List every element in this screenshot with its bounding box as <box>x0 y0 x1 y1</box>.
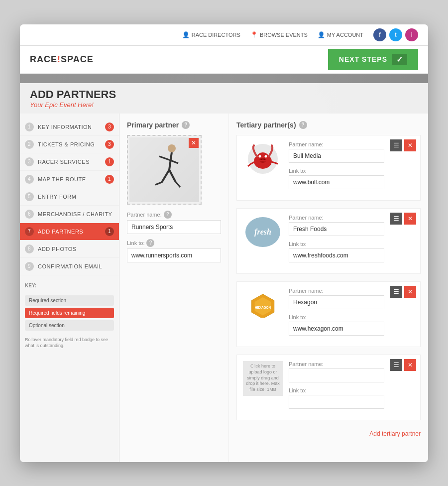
key-optional-section: Optional section <box>25 320 114 331</box>
sidebar-item-racer-services[interactable]: 3 RACER SERVICES 1 <box>20 153 119 171</box>
key-required-remaining: Required fields remaining <box>25 308 114 318</box>
card-1-content: Partner name: Link to: <box>243 141 414 194</box>
sidebar-item-add-photos[interactable]: 8 ADD PHOTOS <box>20 241 119 258</box>
badge-key-information: 3 <box>105 122 114 131</box>
top-navigation: 👤 RACE DIRECTORS 📍 BROWSE EVENTS 👤 MY AC… <box>20 24 428 46</box>
card-3-link-label: Link to: <box>289 314 384 320</box>
svg-text:HEXAGON: HEXAGON <box>255 305 271 309</box>
sidebar-item-key-information[interactable]: 1 KEY INFORMATION 3 <box>20 119 119 136</box>
card-2-content: fresh Partner name: Link to: <box>243 215 414 267</box>
card-4-menu-button[interactable]: ☰ <box>390 359 402 371</box>
card-1-name-label: Partner name: <box>289 141 384 147</box>
svg-line-4 <box>162 170 169 182</box>
card-4-name-input[interactable] <box>289 368 384 382</box>
svg-line-5 <box>169 170 175 181</box>
bull-logo-box <box>243 141 283 176</box>
tertiary-partner-card-1: ☰ ✕ <box>236 135 421 201</box>
tertiary-partners-column: Tertiary partner(s) ? ☰ ✕ <box>229 114 428 462</box>
card-4-link-input[interactable] <box>289 395 384 409</box>
race-directors-link[interactable]: 👤 RACE DIRECTORS <box>182 31 240 38</box>
page-title: ADD PARTNERS <box>30 88 418 101</box>
next-steps-button[interactable]: NEXT STEPS ✓ <box>328 49 418 70</box>
card-4-close-button[interactable]: ✕ <box>404 359 416 371</box>
badge-racer-services: 1 <box>105 157 114 166</box>
my-account-link[interactable]: 👤 MY ACCOUNT <box>318 31 363 38</box>
tertiary-help-icon[interactable]: ? <box>299 121 307 129</box>
card-2-close-button[interactable]: ✕ <box>404 213 416 225</box>
badge-map-route: 1 <box>105 175 114 184</box>
hexagon-logo: HEXAGON <box>248 293 278 318</box>
card-2-link-label: Link to: <box>289 241 384 247</box>
card-1-name-input[interactable] <box>289 149 384 163</box>
account-icon: 👤 <box>318 31 325 38</box>
add-tertiary-partner-link[interactable]: Add tertiary partner <box>236 428 421 437</box>
card-3-link-input[interactable] <box>289 322 384 336</box>
instagram-icon[interactable]: i <box>405 28 418 41</box>
primary-partner-title: Primary partner ? <box>127 121 221 129</box>
primary-partner-upload[interactable]: ✕ <box>127 135 202 205</box>
partner-name-label: Partner name: ? <box>127 211 221 219</box>
tertiary-partner-title: Tertiary partner(s) ? <box>236 121 421 129</box>
card-3-menu-button[interactable]: ☰ <box>390 286 402 298</box>
card-1-menu-button[interactable]: ☰ <box>390 139 402 151</box>
card-1-link-input[interactable] <box>289 175 384 189</box>
tertiary-partner-card-4: ☰ ✕ Click here to upload logo or simply … <box>236 355 421 420</box>
partner-name-input[interactable] <box>127 220 221 234</box>
card-2-name-input[interactable] <box>289 222 384 236</box>
primary-help-icon[interactable]: ? <box>182 121 190 129</box>
hero-section: ADD PARTNERS Your Epic Event Here! <box>20 74 428 114</box>
sidebar-item-add-partners[interactable]: 7 ADD PARTNERS 1 <box>20 223 119 241</box>
card-1-link-label: Link to: <box>289 168 384 174</box>
facebook-icon[interactable]: f <box>373 28 386 41</box>
card-3-name-label: Partner name: <box>289 288 384 294</box>
primary-partner-column: Primary partner ? <box>119 114 229 462</box>
fresh-foods-logo: fresh <box>245 217 280 247</box>
card-3-close-button[interactable]: ✕ <box>404 286 416 298</box>
sidebar-item-confirmation[interactable]: 9 CONFIRMATION EMAIL <box>20 258 119 275</box>
social-links: f t i <box>373 28 418 41</box>
card-2-menu-button[interactable]: ☰ <box>390 213 402 225</box>
card-2-link-input[interactable] <box>289 248 384 262</box>
svg-point-0 <box>168 144 176 152</box>
sidebar-item-map-route[interactable]: 4 MAP THE ROUTE 1 <box>20 171 119 188</box>
browse-events-link[interactable]: 📍 BROWSE EVENTS <box>250 31 308 38</box>
sidebar-item-merchandise[interactable]: 6 MERCHANDISE / CHARITY <box>20 206 119 223</box>
badge-tickets: 3 <box>105 140 114 149</box>
user-icon: 👤 <box>182 31 190 38</box>
bull-media-logo <box>243 141 283 176</box>
card-4-content: Click here to upload logo or simply drag… <box>243 361 414 414</box>
svg-line-7 <box>175 181 180 187</box>
link-to-label: Link to: ? <box>127 239 221 247</box>
logo: RACE!SPACE <box>30 54 94 65</box>
sidebar-note: Rollover mandatory field red badge to se… <box>20 333 119 353</box>
card-1-actions: ☰ ✕ <box>390 139 416 151</box>
sidebar-item-entry-form[interactable]: 5 ENTRY FORM <box>20 188 119 206</box>
hexagon-logo-box: HEXAGON <box>243 288 283 323</box>
tertiary-partner-card-2: ☰ ✕ fresh Partner name: Link to: <box>236 208 421 274</box>
partner-name-help-icon[interactable]: ? <box>164 211 172 219</box>
card-4-name-label: Partner name: <box>289 361 384 367</box>
card-2-name-label: Partner name: <box>289 215 384 221</box>
twitter-icon[interactable]: t <box>389 28 402 41</box>
upload-placeholder[interactable]: Click here to upload logo or simply drag… <box>243 361 283 396</box>
sidebar-key-label: KEY: <box>20 278 119 293</box>
card-3-content: HEXAGON Partner name: Link to: <box>243 288 414 341</box>
hero-overlay: ADD PARTNERS Your Epic Event Here! <box>20 83 428 114</box>
content-area: Primary partner ? <box>119 114 428 462</box>
sidebar-item-tickets[interactable]: 2 TICKETS & PRICING 3 <box>20 136 119 153</box>
card-3-name-input[interactable] <box>289 295 384 309</box>
card-1-close-button[interactable]: ✕ <box>404 139 416 151</box>
key-required-section: Required section <box>25 295 114 306</box>
link-to-input[interactable] <box>127 248 221 262</box>
svg-line-6 <box>155 182 162 185</box>
remove-primary-image-button[interactable]: ✕ <box>189 138 199 148</box>
location-icon: 📍 <box>250 31 258 38</box>
main-layout: 1 KEY INFORMATION 3 2 TICKETS & PRICING … <box>20 114 428 462</box>
badge-add-partners: 1 <box>105 227 114 236</box>
page-subtitle: Your Epic Event Here! <box>30 101 418 109</box>
chevron-down-icon: ✓ <box>392 54 407 65</box>
svg-point-12 <box>265 155 267 157</box>
runner-svg <box>142 142 187 197</box>
card-4-actions: ☰ ✕ <box>390 359 416 371</box>
link-help-icon[interactable]: ? <box>146 239 154 247</box>
